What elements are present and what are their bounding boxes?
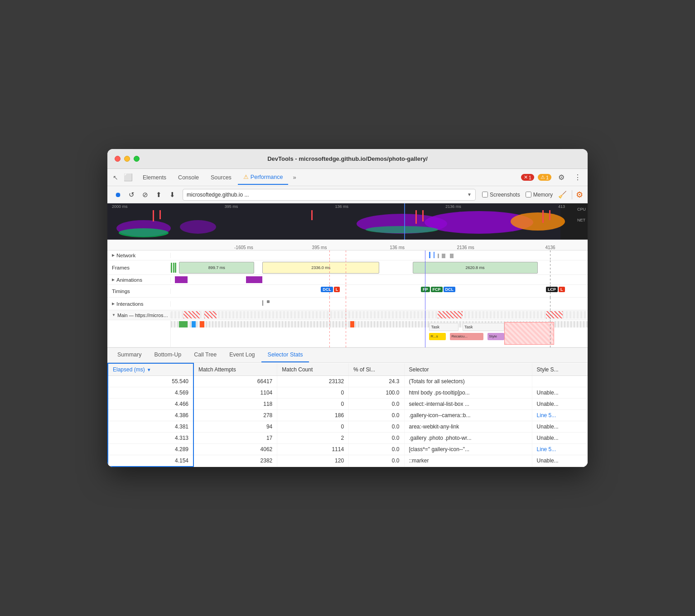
devtools-window: DevTools - microsoftedge.github.io/Demos…	[107, 149, 588, 467]
cell-count-0: 23132	[277, 376, 349, 387]
settings-button[interactable]: ⚙	[555, 171, 568, 184]
broom-button[interactable]: 🧹	[556, 189, 568, 201]
cell-attempts-0: 66417	[193, 376, 277, 387]
tab-selector-stats[interactable]: Selector Stats	[261, 348, 309, 362]
mini-task-1	[179, 321, 187, 327]
tab-summary[interactable]: Summary	[111, 348, 148, 362]
cell-elapsed-0: 55.540	[108, 376, 193, 387]
interact-dashed-3	[550, 298, 550, 310]
cell-elapsed-3: 4.386	[108, 410, 193, 421]
table-row[interactable]: 4.154 2382 120 0.0 ::marker Unable...	[108, 455, 588, 467]
interactions-row-label[interactable]: ▶ Interactions	[107, 301, 171, 307]
dashed-line-2	[346, 250, 346, 260]
tasks-row-content: Task Task R...s Recalcu... Style	[171, 320, 588, 347]
frame-mini-3	[175, 263, 176, 273]
cpu-net-labels: CPU NET	[577, 207, 586, 222]
main-expand-icon[interactable]: ▼	[112, 313, 116, 317]
settings-gear-icon[interactable]: ⚙	[576, 190, 583, 200]
dashed-line-1	[329, 250, 330, 260]
tasks-dashed-1	[329, 320, 330, 347]
cell-styles-1: Unable...	[532, 387, 587, 399]
network-row-label[interactable]: ▶ Network	[107, 253, 171, 258]
task-label-1: Task	[431, 325, 439, 329]
long-task-bar	[504, 322, 554, 345]
solid-line-1	[425, 250, 425, 260]
cell-styles-6[interactable]: Line 5...	[532, 444, 587, 455]
upload-button[interactable]: ⬆	[153, 189, 164, 201]
ruler-label-1: -1605 ms	[234, 245, 253, 250]
net-bar-4	[442, 254, 445, 258]
timing-tags-3: LCP L	[546, 287, 565, 292]
tab-more-button[interactable]: »	[289, 174, 299, 181]
l-tag-1: L	[334, 287, 340, 292]
table-row[interactable]: 4.466 118 0 0.0 select:-internal-list-bo…	[108, 399, 588, 410]
cell-elapsed-4: 4.381	[108, 421, 193, 433]
col-selector[interactable]: Selector	[404, 363, 532, 376]
tab-call-tree[interactable]: Call Tree	[188, 348, 223, 362]
device-icon[interactable]: ⬜	[124, 173, 133, 182]
memory-checkbox[interactable]	[526, 192, 531, 197]
timings-solid-1	[425, 285, 425, 298]
network-expand-icon[interactable]: ▶	[112, 253, 115, 257]
ruler-label-4: 2136 ms	[457, 245, 474, 250]
animations-expand-icon[interactable]: ▶	[112, 278, 115, 282]
table-row[interactable]: 55.540 66417 23132 24.3 (Totals for all …	[108, 376, 588, 387]
main-dashed-3	[550, 310, 550, 320]
cell-attempts-4: 94	[193, 421, 277, 433]
cell-styles-0	[532, 376, 587, 387]
reload-button[interactable]: ↺	[125, 189, 137, 201]
tab-performance[interactable]: ⚠ Performance	[238, 170, 289, 185]
main-row-label[interactable]: ▼ Main — https://microsoftedge.github.io…	[107, 313, 171, 318]
cell-styles-3[interactable]: Line 5...	[532, 410, 587, 421]
url-bar[interactable]: microsoftedge.github.io ... ▼	[183, 189, 476, 201]
screenshots-checkbox[interactable]	[482, 192, 488, 197]
timings-dashed-2	[346, 285, 346, 298]
tasks-solid-1	[425, 320, 425, 347]
tab-bar-icons: ↖ ⬜	[111, 173, 133, 182]
tab-console[interactable]: Console	[173, 170, 204, 185]
network-row-content	[171, 250, 588, 260]
task-red-3	[438, 311, 463, 318]
main-row-content	[171, 310, 588, 320]
col-pct-slow[interactable]: % of Sl...	[349, 363, 404, 376]
cell-elapsed-5: 4.313	[108, 433, 193, 444]
col-style-s[interactable]: Style S...	[532, 363, 587, 376]
table-row[interactable]: 4.289 4062 1114 0.0 [class*=" gallery-ic…	[108, 444, 588, 455]
frame-bar-2: 2336.0 ms	[262, 262, 379, 274]
tab-event-log[interactable]: Event Log	[223, 348, 261, 362]
cell-count-6: 1114	[277, 444, 349, 455]
record-button[interactable]: ⏺	[112, 189, 124, 201]
cell-pct-2: 0.0	[349, 399, 404, 410]
table-row[interactable]: 4.569 1104 0 100.0 html body .ps-tooltip…	[108, 387, 588, 399]
maximize-button[interactable]	[134, 156, 140, 162]
cursor-icon[interactable]: ↖	[111, 173, 120, 182]
cpu-label: CPU	[577, 207, 586, 212]
network-row: ▶ Network	[107, 250, 588, 260]
col-elapsed[interactable]: Elapsed (ms) ▼	[108, 363, 193, 376]
lcp-tag: LCP	[546, 287, 558, 292]
col-match-count[interactable]: Match Count	[277, 363, 349, 376]
title-bar: DevTools - microsoftedge.github.io/Demos…	[107, 149, 588, 169]
tab-sources[interactable]: Sources	[205, 170, 237, 185]
tab-elements[interactable]: Elements	[137, 170, 172, 185]
cell-elapsed-7: 4.154	[108, 455, 193, 467]
screenshots-label: Screenshots	[490, 192, 520, 198]
recalc-bar-1: R...s	[429, 333, 446, 340]
minimize-button[interactable]	[124, 156, 130, 162]
download-button[interactable]: ⬇	[166, 189, 178, 201]
frames-row-content: 899.7 ms 2336.0 ms 2620.8 ms	[171, 260, 588, 275]
interactions-expand-icon[interactable]: ▶	[112, 302, 115, 306]
timeline-overview[interactable]: 2000 ms 395 ms 136 ms 2136 ms 413	[107, 203, 588, 240]
table-row[interactable]: 4.313 17 2 0.0 .gallery .photo .photo-wr…	[108, 433, 588, 444]
clear-button[interactable]: ⊘	[139, 189, 151, 201]
cell-selector-2: select:-internal-list-box ...	[404, 399, 532, 410]
frame-mini-1	[171, 263, 172, 273]
tab-bottom-up[interactable]: Bottom-Up	[148, 348, 188, 362]
close-button[interactable]	[115, 156, 121, 162]
table-row[interactable]: 4.386 278 186 0.0 .gallery-icon--camera:…	[108, 410, 588, 421]
animations-row-label[interactable]: ▶ Animations	[107, 277, 171, 283]
col-match-attempts[interactable]: Match Attempts	[193, 363, 277, 376]
more-options-button[interactable]: ⋮	[571, 171, 584, 184]
interact-dashed-1	[329, 298, 330, 310]
table-row[interactable]: 4.381 94 0 0.0 area:-webkit-any-link Una…	[108, 421, 588, 433]
